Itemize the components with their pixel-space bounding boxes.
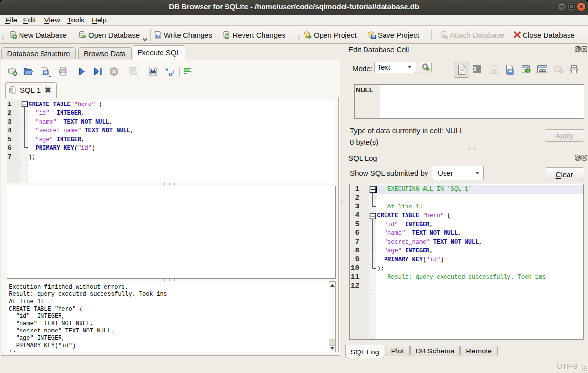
svg-text:b: b (165, 66, 168, 72)
svg-text:a: a (169, 70, 172, 77)
